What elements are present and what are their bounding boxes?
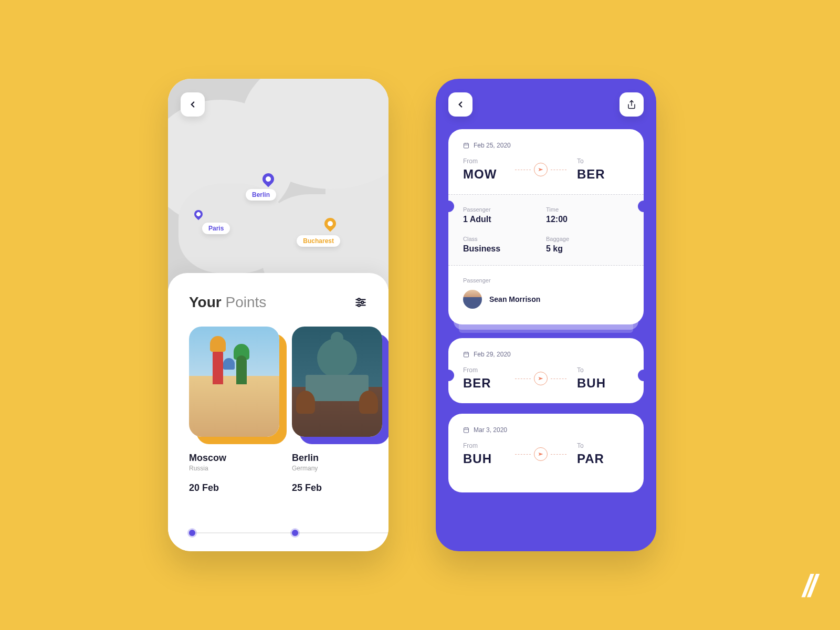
from-code: BER (463, 376, 515, 391)
calendar-icon (463, 351, 469, 358)
timeline-dot (189, 530, 195, 536)
detail-value-passenger: 1 Adult (463, 215, 546, 224)
from-label: From (463, 442, 515, 449)
share-icon (627, 100, 636, 109)
sheet-title: Your Points (189, 294, 266, 311)
point-card-image (189, 327, 279, 437)
ticket-card[interactable]: Mar 3, 2020 From BUH To PAR (448, 414, 644, 492)
from-label: From (463, 158, 515, 165)
plane-icon (538, 166, 544, 173)
flight-route-divider (515, 163, 566, 176)
calendar-icon (463, 427, 469, 433)
from-code: MOW (463, 167, 515, 182)
point-card-berlin[interactable]: Berlin Germany 25 Feb (292, 327, 382, 494)
ticket-date: Feb 29, 2020 (474, 351, 511, 358)
chevron-left-icon (188, 100, 197, 109)
to-code: PAR (577, 452, 629, 466)
svg-rect-13 (464, 352, 469, 357)
svg-point-6 (361, 301, 363, 303)
point-card-image (292, 327, 382, 437)
brand-mark: // (803, 568, 814, 604)
map-pin-label-paris[interactable]: Paris (202, 223, 230, 234)
detail-label-class: Class (463, 236, 546, 242)
ticket-card[interactable]: Feb 29, 2020 From BER To BUH (448, 338, 644, 403)
from-code: BUH (463, 452, 515, 466)
chevron-left-icon (456, 100, 465, 109)
from-label: From (463, 366, 515, 374)
point-date: 20 Feb (189, 482, 279, 494)
to-label: To (577, 158, 629, 165)
svg-point-5 (358, 298, 360, 300)
svg-rect-17 (464, 428, 469, 433)
timeline-dot (292, 530, 298, 536)
detail-value-time: 12:00 (546, 215, 629, 224)
detail-label-time: Time (546, 206, 629, 213)
to-code: BUH (577, 376, 629, 391)
back-button[interactable] (448, 92, 472, 117)
calendar-icon (463, 142, 469, 149)
points-carousel[interactable]: Moscow Russia 20 Feb Berlin Germany 25 F… (189, 327, 388, 494)
point-date: 25 Feb (292, 482, 382, 494)
plane-icon (538, 451, 544, 457)
map-pin-moscow[interactable] (338, 129, 354, 145)
detail-value-class: Business (463, 244, 546, 254)
filter-button[interactable] (354, 296, 368, 309)
point-country: Germany (292, 465, 382, 472)
point-city: Moscow (189, 453, 279, 464)
sliders-icon (354, 296, 368, 309)
back-button[interactable] (181, 92, 205, 117)
avatar (463, 290, 482, 309)
add-button[interactable] (352, 92, 376, 117)
your-points-sheet: Your Points Moscow Russia 20 Feb Berlin (168, 273, 388, 551)
phone-tickets-screen: Feb 25, 2020 From MOW To BER Passenger 1… (436, 79, 656, 551)
to-label: To (577, 442, 629, 449)
detail-label-passenger: Passenger (463, 206, 546, 213)
points-timeline (189, 532, 388, 533)
plane-icon (538, 375, 544, 382)
point-card-moscow[interactable]: Moscow Russia 20 Feb (189, 327, 279, 494)
to-code: BER (577, 167, 629, 182)
plus-icon (359, 100, 369, 109)
point-city: Berlin (292, 453, 382, 464)
flight-route-divider (515, 447, 566, 461)
flight-route-divider (515, 372, 566, 385)
passenger-name: Sean Morrison (489, 295, 540, 303)
map-view[interactable]: Moscow Berlin Paris Bucharest (168, 79, 388, 289)
map-pin-label-moscow[interactable]: Moscow (309, 148, 346, 160)
ticket-card[interactable]: Feb 25, 2020 From MOW To BER Passenger 1… (448, 129, 644, 324)
detail-label-baggage: Baggage (546, 236, 629, 242)
ticket-date: Mar 3, 2020 (474, 426, 507, 434)
map-pin-berlin[interactable] (260, 171, 276, 187)
map-pin-label-berlin[interactable]: Berlin (246, 189, 276, 201)
point-country: Russia (189, 465, 279, 472)
map-pin-label-bucharest[interactable]: Bucharest (297, 235, 340, 247)
detail-value-baggage: 5 kg (546, 244, 629, 254)
ticket-date: Feb 25, 2020 (474, 142, 511, 149)
passenger-section-label: Passenger (463, 277, 629, 284)
svg-rect-9 (464, 143, 469, 148)
svg-point-7 (358, 304, 360, 306)
to-label: To (577, 366, 629, 374)
share-button[interactable] (620, 92, 644, 117)
phone-map-screen: Moscow Berlin Paris Bucharest Your Point… (168, 79, 388, 551)
